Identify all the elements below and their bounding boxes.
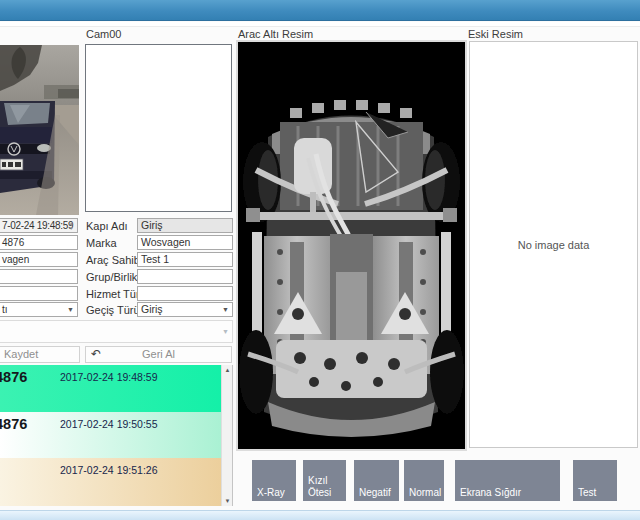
list-item[interactable]: 2017-02-24 19:51:26	[0, 458, 222, 506]
gecis-turu-dropdown[interactable]: Giriş ▼	[137, 302, 233, 317]
marka-field[interactable]: Wosvagen	[137, 235, 233, 250]
negative-button[interactable]: Negatif	[354, 460, 399, 501]
old-image-panel: No image data	[469, 41, 638, 448]
label-gecis-turu: Geçiş Türü	[86, 304, 138, 316]
chevron-down-icon[interactable]: ▼	[222, 328, 229, 335]
empty-field-2[interactable]	[0, 286, 78, 301]
timestamp: 2017-02-24 19:48:59	[60, 371, 158, 383]
kapi-adi-field: Giriş	[137, 218, 233, 233]
arac-sahibi-field[interactable]: Test 1	[137, 252, 233, 267]
under-vehicle-scan-panel[interactable]	[236, 40, 467, 451]
vehicle-front-photo	[0, 45, 79, 215]
timestamp: 2017-02-24 19:51:26	[60, 464, 158, 476]
chevron-down-icon[interactable]: ▼	[222, 306, 229, 313]
label-arac-sahibi: Araç Sahibi	[86, 254, 138, 266]
grup-birlik-field[interactable]	[137, 269, 233, 284]
empty-grid-panel: ▼	[0, 320, 233, 343]
spinner-down-icon[interactable]: ▼	[69, 226, 74, 231]
brand-field[interactable]: vagen	[0, 252, 78, 267]
plate-text: 4876	[0, 369, 27, 385]
list-item[interactable]: 4876 2017-02-24 19:48:59	[0, 365, 222, 412]
passage-history-list: 4876 2017-02-24 19:48:59 4876 2017-02-24…	[0, 365, 233, 506]
fit-screen-button[interactable]: Ekrana Sığdır	[455, 460, 560, 501]
status-bar	[0, 510, 640, 520]
hizmet-turu-field[interactable]	[137, 286, 233, 301]
no-image-text: No image data	[518, 239, 590, 251]
cam-live-panel	[85, 44, 232, 212]
undo-button[interactable]: ↶ Geri Al	[85, 346, 232, 363]
normal-button[interactable]: Normal	[404, 460, 444, 501]
cam-panel-label: Cam00	[86, 28, 121, 40]
scroll-down-icon[interactable]: ▼	[222, 496, 233, 506]
timestamp: 2017-02-24 19:50:55	[60, 418, 158, 430]
list-scrollbar[interactable]: ▲ ▼	[221, 365, 232, 506]
label-hizmet-turu: Hizmet Türü	[86, 288, 138, 300]
datetime-field[interactable]: 7-02-24 19:48:59 ▲ ▼	[0, 218, 78, 233]
save-button[interactable]: Kaydet	[0, 346, 80, 363]
window-chrome-strip	[0, 22, 640, 27]
label-kapi-adi: Kapı Adı	[86, 220, 138, 232]
datetime-spinner[interactable]: ▲ ▼	[66, 219, 76, 232]
list-item[interactable]: 4876 2017-02-24 19:50:55	[0, 412, 222, 458]
xray-button[interactable]: X-Ray	[252, 460, 296, 501]
scroll-up-icon[interactable]: ▲	[222, 365, 233, 375]
chevron-down-icon[interactable]: ▼	[67, 306, 74, 313]
test-button[interactable]: Test	[573, 460, 617, 501]
empty-field-1[interactable]	[0, 269, 78, 284]
label-grup-birlik: Grup/Birlik	[86, 271, 138, 283]
underside-panel-label: Arac Altı Resim	[238, 28, 313, 40]
plate-field[interactable]: 4876	[0, 235, 78, 250]
old-image-panel-label: Eski Resim	[468, 28, 523, 40]
infrared-button[interactable]: Kızıl Ötesi	[303, 460, 346, 501]
left-dropdown[interactable]: tı ▼	[0, 302, 78, 317]
window-titlebar[interactable]	[0, 0, 640, 21]
app-window: Cam00 Arac Altı Resim	[0, 0, 640, 520]
plate-text: 4876	[0, 416, 27, 432]
label-marka: Marka	[86, 237, 138, 249]
undo-icon: ↶	[91, 347, 101, 362]
